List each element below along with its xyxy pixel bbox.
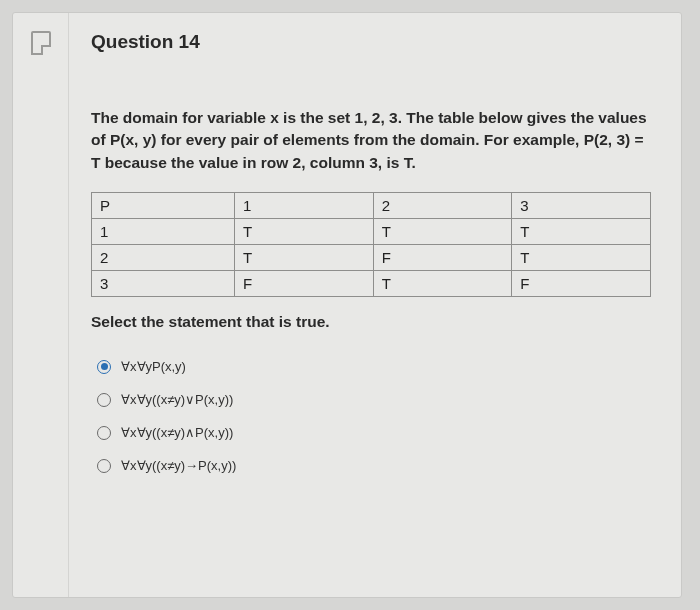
option-label: ∀x∀yP(x,y) bbox=[121, 359, 186, 374]
radio-icon bbox=[97, 393, 111, 407]
radio-icon bbox=[97, 426, 111, 440]
truth-table: P 1 2 3 1 T T T 2 T F T 3 F T F bbox=[91, 192, 651, 297]
table-cell: P bbox=[92, 193, 235, 219]
table-cell: 1 bbox=[235, 193, 374, 219]
options-group: ∀x∀yP(x,y) ∀x∀y((x≠y)∨P(x,y)) ∀x∀y((x≠y)… bbox=[91, 359, 651, 473]
radio-icon bbox=[97, 360, 111, 374]
option-label: ∀x∀y((x≠y)→P(x,y)) bbox=[121, 458, 236, 473]
table-cell: 2 bbox=[373, 193, 512, 219]
option-2[interactable]: ∀x∀y((x≠y)∧P(x,y)) bbox=[97, 425, 651, 440]
table-cell: 3 bbox=[512, 193, 651, 219]
table-row: 1 T T T bbox=[92, 219, 651, 245]
option-1[interactable]: ∀x∀y((x≠y)∨P(x,y)) bbox=[97, 392, 651, 407]
table-cell: T bbox=[512, 245, 651, 271]
option-0[interactable]: ∀x∀yP(x,y) bbox=[97, 359, 651, 374]
table-cell: T bbox=[235, 219, 374, 245]
table-row: 3 F T F bbox=[92, 271, 651, 297]
table-cell: 2 bbox=[92, 245, 235, 271]
table-row: 2 T F T bbox=[92, 245, 651, 271]
table-cell: T bbox=[235, 245, 374, 271]
table-cell: F bbox=[235, 271, 374, 297]
table-cell: 3 bbox=[92, 271, 235, 297]
question-card: Question 14 The domain for variable x is… bbox=[12, 12, 682, 598]
select-instruction: Select the statement that is true. bbox=[91, 313, 651, 331]
table-row: P 1 2 3 bbox=[92, 193, 651, 219]
table-cell: T bbox=[373, 271, 512, 297]
table-cell: T bbox=[373, 219, 512, 245]
question-prompt: The domain for variable x is the set 1, … bbox=[91, 107, 651, 174]
table-cell: F bbox=[373, 245, 512, 271]
option-3[interactable]: ∀x∀y((x≠y)→P(x,y)) bbox=[97, 458, 651, 473]
question-content: Question 14 The domain for variable x is… bbox=[69, 13, 681, 597]
bookmark-icon[interactable] bbox=[31, 31, 51, 55]
flag-column bbox=[13, 13, 69, 597]
radio-icon bbox=[97, 459, 111, 473]
option-label: ∀x∀y((x≠y)∨P(x,y)) bbox=[121, 392, 233, 407]
table-cell: F bbox=[512, 271, 651, 297]
table-cell: T bbox=[512, 219, 651, 245]
table-cell: 1 bbox=[92, 219, 235, 245]
question-title: Question 14 bbox=[91, 31, 651, 53]
option-label: ∀x∀y((x≠y)∧P(x,y)) bbox=[121, 425, 233, 440]
